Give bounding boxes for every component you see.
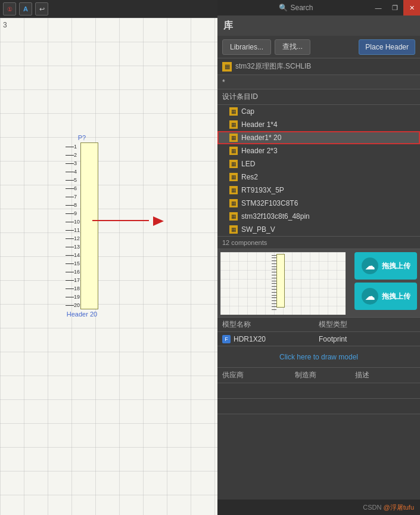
library-path: ▦ stm32原理图库.SCHLIB bbox=[217, 58, 420, 75]
pin-9: 9 bbox=[66, 209, 80, 218]
comp-item-header120[interactable]: ▦ Header1* 20 bbox=[217, 131, 420, 144]
undo-icon[interactable]: ↩ bbox=[35, 2, 48, 15]
pin-20: 20 bbox=[66, 301, 80, 309]
comp-name-cap: Cap bbox=[241, 107, 254, 116]
comp-icon-header23: ▦ bbox=[229, 147, 238, 155]
pin-16: 16 bbox=[66, 268, 80, 276]
component-count: 12 components bbox=[217, 236, 420, 249]
row-label: 3 bbox=[3, 21, 7, 29]
comp-icon-header120: ▦ bbox=[229, 134, 238, 142]
comp-name-rt9193: RT9193X_5P bbox=[241, 186, 284, 194]
wildcard-text: * bbox=[222, 78, 225, 86]
pin-4: 4 bbox=[66, 167, 80, 176]
pin-13: 13 bbox=[66, 243, 80, 251]
arrow-head bbox=[153, 216, 164, 226]
comp-name-stm32-48: stm32f103c8t6_48pin bbox=[241, 212, 310, 221]
panel-title: 库 bbox=[223, 20, 233, 32]
comp-item-header14[interactable]: ▦ Header 1*4 bbox=[217, 118, 420, 131]
schematic-toolbar: ① A ↩ bbox=[0, 0, 220, 18]
comp-item-cap[interactable]: ▦ Cap bbox=[217, 105, 420, 118]
upload-label-1: 拖拽上传 bbox=[382, 261, 410, 271]
mini-header-lines bbox=[272, 255, 276, 310]
component-list: ▦ Cap ▦ Header 1*4 ▦ Header1* 20 ▦ Heade… bbox=[217, 105, 420, 236]
footer-csdn: CSDN bbox=[363, 504, 383, 511]
pin-19: 19 bbox=[66, 293, 80, 301]
library-path-text: stm32原理图库.SCHLIB bbox=[235, 61, 311, 72]
draw-model-link[interactable]: Click here to draw model bbox=[217, 346, 420, 368]
model-cell-name: F HDR1X20 bbox=[222, 335, 319, 343]
pin-17: 17 bbox=[66, 276, 80, 284]
comp-name-res2: Res2 bbox=[241, 173, 258, 181]
pin-3: 3 bbox=[66, 159, 80, 167]
supplier-col2: 制造商 bbox=[295, 370, 355, 380]
comp-icon-stm32-48: ▦ bbox=[229, 212, 238, 221]
arrow-shaft bbox=[92, 220, 149, 221]
footer-text: CSDN @浮屠tufu bbox=[363, 503, 414, 512]
pin-7: 7 bbox=[66, 193, 80, 201]
comp-icon-swpb: ▦ bbox=[229, 225, 238, 234]
preview-schematic bbox=[220, 252, 346, 315]
comp-icon-rt9193: ▦ bbox=[229, 186, 238, 194]
panel-header: 库 bbox=[217, 15, 420, 36]
model-row[interactable]: F HDR1X20 Footprint bbox=[217, 332, 420, 346]
comp-icon-res2: ▦ bbox=[229, 173, 238, 181]
upload-buttons: ☁ 拖拽上传 ☁ 拖拽上传 bbox=[354, 252, 417, 310]
comp-name-swpb: SW_PB_V bbox=[241, 225, 275, 234]
libraries-button[interactable]: Libraries... bbox=[222, 39, 271, 55]
pin-6: 6 bbox=[66, 184, 80, 193]
pin-8: 8 bbox=[66, 201, 80, 209]
pin-15: 15 bbox=[66, 259, 80, 268]
library-toolbar: Libraries... 查找... Place Header bbox=[217, 36, 420, 58]
pin-2: 2 bbox=[66, 151, 80, 159]
schematic-grid[interactable]: 3 P? 1 2 3 4 5 6 7 8 9 10 11 12 13 bbox=[0, 18, 220, 515]
comp-icon-header14: ▦ bbox=[229, 120, 238, 129]
upload-btn-1[interactable]: ☁ 拖拽上传 bbox=[354, 252, 417, 280]
comp-item-rt9193[interactable]: ▦ RT9193X_5P bbox=[217, 184, 420, 197]
model-name-text: HDR1X20 bbox=[234, 335, 266, 343]
library-panel: 🔍 Search — ❐ ✕ 库 Libraries... 查找... Plac… bbox=[217, 0, 420, 515]
upload-icon-1: ☁ bbox=[362, 258, 378, 274]
model-section-header: 模型名称 模型类型 bbox=[217, 318, 420, 332]
text-tool-icon[interactable]: A bbox=[19, 2, 32, 15]
comp-item-res2[interactable]: ▦ Res2 bbox=[217, 170, 420, 184]
supplier-col3: 描述 bbox=[355, 370, 415, 380]
pin-14: 14 bbox=[66, 251, 80, 259]
error-icon: ① bbox=[3, 2, 16, 15]
comp-icon-led: ▦ bbox=[229, 160, 238, 168]
upload-icon-2: ☁ bbox=[362, 288, 378, 305]
comp-name-header23: Header 2*3 bbox=[241, 147, 278, 155]
comp-item-header23[interactable]: ▦ Header 2*3 bbox=[217, 144, 420, 157]
comp-icon-cap: ▦ bbox=[229, 107, 238, 116]
comp-name-stm32: STM32F103C8T6 bbox=[241, 199, 298, 207]
close-button[interactable]: ✕ bbox=[403, 0, 420, 15]
model-col2-header: 模型类型 bbox=[319, 319, 415, 330]
component-ref: P? bbox=[66, 134, 98, 141]
design-items-label: 设计条目ID bbox=[222, 92, 258, 102]
comp-item-stm32-48[interactable]: ▦ stm32f103c8t6_48pin bbox=[217, 210, 420, 223]
pin-18: 18 bbox=[66, 284, 80, 293]
draw-model-text: Click here to draw model bbox=[279, 353, 358, 361]
component-pins: 1 2 3 4 5 6 7 8 9 10 11 12 13 14 15 16 1 bbox=[66, 142, 80, 309]
supplier-section-header: 供应商 制造商 描述 bbox=[217, 368, 420, 383]
place-header-button[interactable]: Place Header bbox=[359, 39, 415, 55]
search-icon: 🔍 bbox=[279, 4, 288, 12]
supplier-empty-row-2 bbox=[217, 399, 420, 414]
comp-item-swpb[interactable]: ▦ SW_PB_V bbox=[217, 223, 420, 236]
model-col1-header: 模型名称 bbox=[222, 319, 319, 330]
minimize-button[interactable]: — bbox=[370, 0, 387, 15]
supplier-col1: 供应商 bbox=[222, 370, 295, 380]
preview-area: ☁ 拖拽上传 ☁ 拖拽上传 bbox=[217, 249, 420, 318]
pin-10: 10 bbox=[66, 218, 80, 226]
design-items-header: 设计条目ID bbox=[217, 89, 420, 105]
comp-name-header120: Header1* 20 bbox=[241, 134, 281, 142]
mini-header-preview bbox=[276, 254, 290, 314]
restore-button[interactable]: ❐ bbox=[387, 0, 403, 15]
comp-item-led[interactable]: ▦ LED bbox=[217, 157, 420, 170]
pin-12: 12 bbox=[66, 234, 80, 243]
footer-author: @浮屠tufu bbox=[383, 504, 414, 511]
pin-11: 11 bbox=[66, 226, 80, 234]
comp-item-stm32[interactable]: ▦ STM32F103C8T6 bbox=[217, 197, 420, 210]
arrow-pointer bbox=[92, 215, 164, 227]
search-button[interactable]: 查找... bbox=[275, 39, 310, 55]
upload-btn-2[interactable]: ☁ 拖拽上传 bbox=[354, 283, 417, 310]
